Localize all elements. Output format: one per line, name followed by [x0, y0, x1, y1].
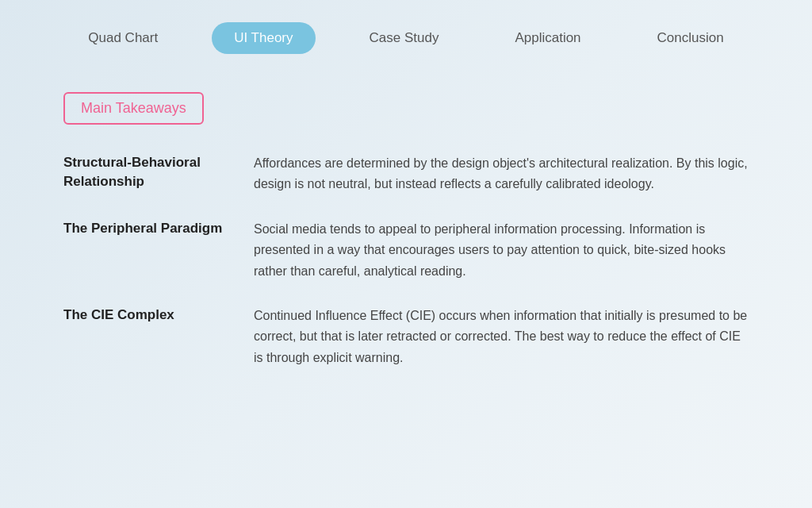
nav-item-ui-theory[interactable]: UI Theory [212, 22, 315, 54]
takeaway-item: Structural-Behavioral RelationshipAfford… [63, 153, 749, 195]
takeaway-description-0: Affordances are determined by the design… [254, 153, 749, 195]
nav-item-case-study[interactable]: Case Study [347, 22, 462, 54]
takeaway-description-2: Continued Influence Effect (CIE) occurs … [254, 306, 749, 368]
nav-item-application[interactable]: Application [492, 22, 603, 54]
takeaway-title-2: The CIE Complex [63, 306, 238, 325]
nav-item-conclusion[interactable]: Conclusion [635, 22, 746, 54]
takeaway-title-1: The Peripheral Paradigm [63, 219, 238, 238]
takeaway-description-1: Social media tends to appeal to peripher… [254, 219, 749, 282]
main-content: Main Takeaways Structural-Behavioral Rel… [0, 76, 812, 400]
takeaways-list: Structural-Behavioral RelationshipAfford… [63, 153, 749, 368]
takeaway-title-0: Structural-Behavioral Relationship [63, 153, 238, 191]
navigation-bar: Quad ChartUI TheoryCase StudyApplication… [0, 0, 812, 76]
takeaway-item: The CIE ComplexContinued Influence Effec… [63, 306, 749, 368]
section-label: Main Takeaways [63, 92, 204, 125]
takeaway-item: The Peripheral ParadigmSocial media tend… [63, 219, 749, 282]
nav-item-quad-chart[interactable]: Quad Chart [66, 22, 180, 54]
